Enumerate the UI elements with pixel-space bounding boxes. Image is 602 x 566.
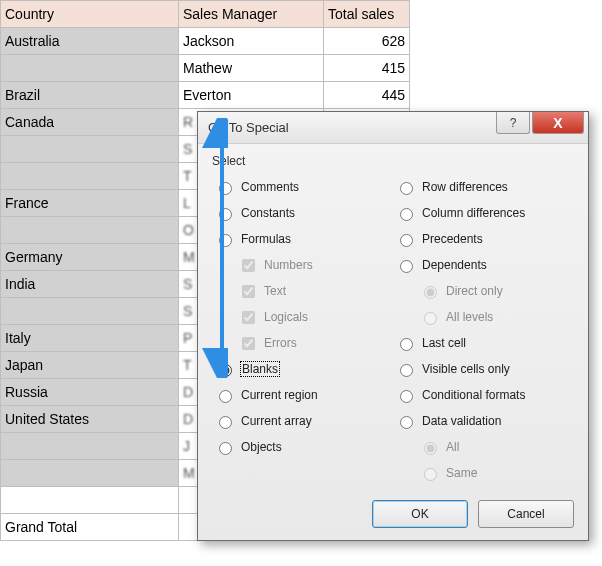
cell-total[interactable]: 445 <box>324 82 410 109</box>
select-label: Select <box>212 154 574 168</box>
cell-country[interactable] <box>1 298 179 325</box>
header-manager[interactable]: Sales Manager <box>179 1 324 28</box>
cell-total[interactable]: 628 <box>324 28 410 55</box>
cell-country[interactable]: Australia <box>1 28 179 55</box>
cell-country[interactable]: India <box>1 271 179 298</box>
goto-special-dialog: Go To Special ? X Select Comments Consta… <box>197 111 589 541</box>
cell-country[interactable] <box>1 460 179 487</box>
option-objects[interactable]: Objects <box>212 434 393 460</box>
dialog-title: Go To Special <box>208 120 289 135</box>
option-comments[interactable]: Comments <box>212 174 393 200</box>
cell-country[interactable] <box>1 163 179 190</box>
option-dependents[interactable]: Dependents <box>393 252 574 278</box>
cell-country[interactable]: Canada <box>1 109 179 136</box>
cell-country[interactable] <box>1 55 179 82</box>
cell-country[interactable]: Germany <box>1 244 179 271</box>
cell-country[interactable]: Italy <box>1 325 179 352</box>
option-last-cell[interactable]: Last cell <box>393 330 574 356</box>
option-cond-formats[interactable]: Conditional formats <box>393 382 574 408</box>
option-current-array[interactable]: Current array <box>212 408 393 434</box>
option-visible-cells[interactable]: Visible cells only <box>393 356 574 382</box>
question-icon: ? <box>510 116 517 130</box>
option-text: Text <box>212 278 393 304</box>
option-col-diff[interactable]: Column differences <box>393 200 574 226</box>
option-logicals: Logicals <box>212 304 393 330</box>
cell-country[interactable] <box>1 136 179 163</box>
option-row-diff[interactable]: Row differences <box>393 174 574 200</box>
option-data-validation[interactable]: Data validation <box>393 408 574 434</box>
dialog-titlebar[interactable]: Go To Special ? X <box>198 112 588 144</box>
cell-country[interactable]: United States <box>1 406 179 433</box>
option-same: Same <box>393 460 574 486</box>
option-constants[interactable]: Constants <box>212 200 393 226</box>
cell-grand-total[interactable]: Grand Total <box>1 514 179 541</box>
cell-country[interactable] <box>1 217 179 244</box>
cell-country[interactable]: Japan <box>1 352 179 379</box>
cell-manager[interactable]: Jackson <box>179 28 324 55</box>
option-errors: Errors <box>212 330 393 356</box>
close-icon: X <box>553 115 562 131</box>
cell-country[interactable]: Russia <box>1 379 179 406</box>
option-numbers: Numbers <box>212 252 393 278</box>
header-total[interactable]: Total sales <box>324 1 410 28</box>
option-all-levels: All levels <box>393 304 574 330</box>
option-precedents[interactable]: Precedents <box>393 226 574 252</box>
option-blanks[interactable]: Blanks <box>212 356 393 382</box>
ok-button[interactable]: OK <box>372 500 468 528</box>
cell-manager[interactable]: Everton <box>179 82 324 109</box>
cell-country[interactable] <box>1 433 179 460</box>
cancel-button[interactable]: Cancel <box>478 500 574 528</box>
cell-total[interactable]: 415 <box>324 55 410 82</box>
option-direct-only: Direct only <box>393 278 574 304</box>
cell-manager[interactable]: Mathew <box>179 55 324 82</box>
option-formulas[interactable]: Formulas <box>212 226 393 252</box>
close-button[interactable]: X <box>532 112 584 134</box>
option-current-region[interactable]: Current region <box>212 382 393 408</box>
option-all: All <box>393 434 574 460</box>
cell-country[interactable]: Brazil <box>1 82 179 109</box>
cell-country[interactable]: France <box>1 190 179 217</box>
header-country[interactable]: Country <box>1 1 179 28</box>
help-button[interactable]: ? <box>496 112 530 134</box>
